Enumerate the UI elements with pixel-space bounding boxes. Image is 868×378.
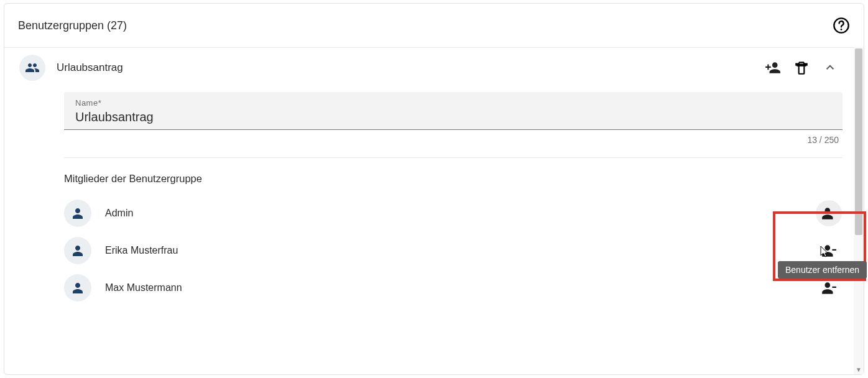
group-title: Urlaubsantrag <box>57 62 757 74</box>
member-avatar <box>64 274 91 302</box>
person-icon <box>70 243 85 258</box>
add-user-button[interactable] <box>760 55 785 80</box>
help-button[interactable] <box>833 17 850 34</box>
member-name: Admin <box>105 208 815 219</box>
member-row: Admin <box>64 195 843 232</box>
remove-user-tooltip: Benutzer entfernen <box>778 261 867 279</box>
user-groups-panel: Benutzergruppen (27) Urlaubsantrag Name* <box>4 3 864 375</box>
svg-point-0 <box>841 29 843 30</box>
collapse-button[interactable] <box>818 55 843 80</box>
delete-group-button[interactable] <box>789 55 814 80</box>
group-icon <box>25 60 40 75</box>
member-row: Erika Musterfrau <box>64 232 843 269</box>
name-input[interactable]: Name* Urlaubsantrag <box>64 92 843 130</box>
person-icon <box>70 206 85 221</box>
group-content: Name* Urlaubsantrag 13 / 250 Mitglieder … <box>4 81 854 307</box>
person-remove-icon <box>821 205 837 221</box>
panel-header: Benutzergruppen (27) <box>4 4 864 48</box>
panel-body: Urlaubsantrag Name* Urlaubsantrag 13 / 2… <box>4 47 854 374</box>
scrollbar[interactable]: ▼ <box>854 47 864 374</box>
page-title: Benutzergruppen (27) <box>18 19 833 32</box>
group-header-row[interactable]: Urlaubsantrag <box>4 47 854 81</box>
member-row: Max Mustermann <box>64 269 843 307</box>
scroll-down-arrow[interactable]: ▼ <box>854 364 864 374</box>
person-add-icon <box>765 60 781 76</box>
person-remove-icon <box>821 280 837 296</box>
name-input-counter: 13 / 250 <box>64 135 843 145</box>
person-remove-icon <box>821 242 837 259</box>
person-icon <box>70 280 85 295</box>
member-avatar <box>64 237 91 264</box>
delete-icon <box>793 60 810 76</box>
chevron-up-icon <box>822 60 838 76</box>
members-section-title: Mitglieder der Benutzergruppe <box>64 173 843 185</box>
name-input-value: Urlaubsantrag <box>75 110 831 124</box>
member-avatar <box>64 200 91 227</box>
name-input-label: Name* <box>75 98 831 108</box>
scroll-thumb[interactable] <box>855 48 862 235</box>
group-avatar <box>19 55 45 81</box>
member-name: Erika Musterfrau <box>105 245 815 256</box>
remove-user-button[interactable] <box>815 237 843 264</box>
divider <box>64 157 843 158</box>
help-icon <box>833 17 850 34</box>
remove-user-button[interactable] <box>815 200 843 227</box>
member-name: Max Mustermann <box>105 282 815 293</box>
